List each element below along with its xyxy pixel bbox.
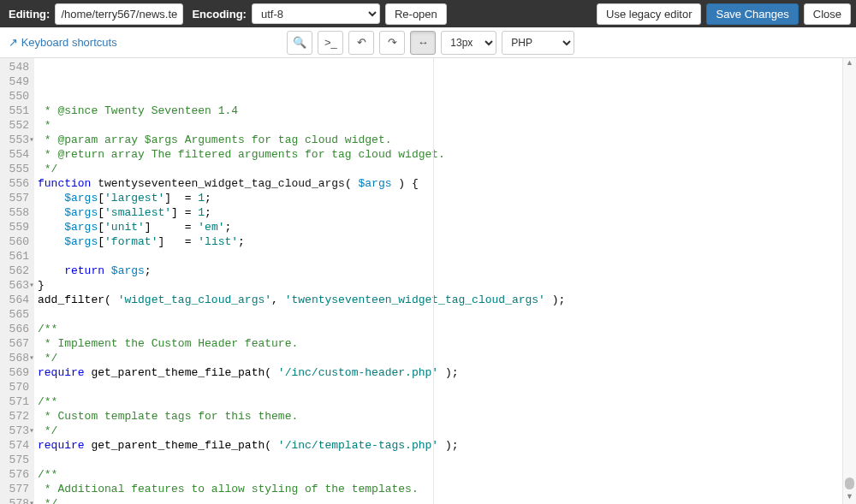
- encoding-select[interactable]: utf-8: [252, 3, 380, 24]
- save-changes-button[interactable]: Save Changes: [706, 3, 798, 25]
- code-line[interactable]: function twentyseventeen_widget_tag_clou…: [38, 176, 856, 191]
- code-area[interactable]: * @since Twenty Seventeen 1.4 * * @param…: [34, 58, 856, 504]
- scrollbar-thumb[interactable]: [845, 477, 854, 489]
- scroll-down-arrow[interactable]: ▼: [843, 492, 856, 504]
- code-line[interactable]: require get_parent_theme_file_path( '/in…: [38, 365, 856, 380]
- file-path-input[interactable]: [55, 3, 183, 25]
- code-line[interactable]: $args['smallest'] = 1;: [38, 205, 856, 220]
- undo-button[interactable]: ↶: [348, 31, 374, 55]
- redo-button[interactable]: ↷: [379, 31, 405, 55]
- line-number-gutter: 548549550551552553▾554555556557558559560…: [0, 58, 34, 504]
- external-link-icon: ↗: [9, 36, 18, 49]
- code-line[interactable]: return $args;: [38, 264, 856, 278]
- code-line[interactable]: $args['unit'] = 'em';: [38, 220, 856, 234]
- code-line[interactable]: }: [38, 278, 856, 293]
- code-line[interactable]: $args['format'] = 'list';: [38, 234, 856, 249]
- code-line[interactable]: /**: [38, 394, 856, 409]
- code-line[interactable]: * @param array $args Arguments for tag c…: [38, 133, 856, 147]
- undo-icon: ↶: [357, 36, 366, 49]
- code-line[interactable]: * Additional features to allow styling o…: [38, 482, 856, 496]
- code-line[interactable]: /**: [38, 467, 856, 482]
- terminal-button[interactable]: >_: [318, 31, 343, 55]
- code-line[interactable]: */: [38, 496, 856, 504]
- encoding-label: Encoding:: [192, 8, 247, 21]
- close-button[interactable]: Close: [804, 3, 851, 25]
- redo-icon: ↷: [388, 36, 397, 49]
- code-line[interactable]: [38, 307, 856, 322]
- code-line[interactable]: /**: [38, 322, 856, 336]
- search-icon: 🔍: [293, 36, 306, 49]
- code-line[interactable]: [38, 380, 856, 394]
- code-line[interactable]: * @since Twenty Seventeen 1.4: [38, 104, 856, 118]
- toolbar: ↗ Keyboard shortcuts 🔍 >_ ↶ ↷ ↔ 13px PHP: [0, 27, 856, 58]
- wrap-button[interactable]: ↔: [410, 31, 436, 55]
- code-line[interactable]: * Implement the Custom Header feature.: [38, 336, 856, 351]
- terminal-icon: >_: [324, 36, 337, 49]
- code-line[interactable]: * @return array The filtered arguments f…: [38, 147, 856, 162]
- keyboard-shortcuts-link[interactable]: ↗ Keyboard shortcuts: [9, 36, 117, 49]
- wrap-icon: ↔: [418, 36, 429, 49]
- editing-label: Editing:: [9, 8, 50, 21]
- reopen-button[interactable]: Re-open: [385, 3, 447, 25]
- editor-container: 548549550551552553▾554555556557558559560…: [0, 58, 856, 504]
- code-line[interactable]: * Custom template tags for this theme.: [38, 409, 856, 424]
- code-line[interactable]: [38, 249, 856, 264]
- code-line[interactable]: */: [38, 162, 856, 176]
- print-margin: [433, 58, 434, 504]
- code-line[interactable]: [38, 453, 856, 467]
- code-line[interactable]: add_filter( 'widget_tag_cloud_args', 'tw…: [38, 293, 856, 307]
- vertical-scrollbar[interactable]: ▲ ▼: [842, 58, 856, 504]
- scroll-up-arrow[interactable]: ▲: [843, 58, 856, 70]
- language-select[interactable]: PHP: [502, 31, 574, 55]
- legacy-editor-button[interactable]: Use legacy editor: [597, 3, 701, 25]
- font-size-select[interactable]: 13px: [441, 31, 496, 55]
- top-bar: Editing: Encoding: utf-8 Re-open Use leg…: [0, 0, 856, 27]
- search-button[interactable]: 🔍: [287, 31, 312, 55]
- code-line[interactable]: $args['largest'] = 1;: [38, 191, 856, 205]
- code-line[interactable]: */: [38, 424, 856, 438]
- code-line[interactable]: require get_parent_theme_file_path( '/in…: [38, 438, 856, 453]
- code-line[interactable]: *: [38, 118, 856, 133]
- code-line[interactable]: */: [38, 351, 856, 365]
